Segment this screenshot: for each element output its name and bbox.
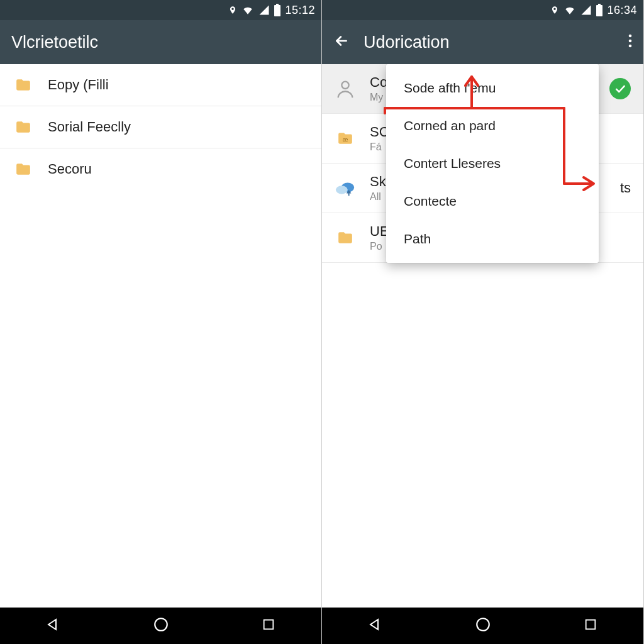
folder-icon: [335, 227, 356, 248]
overflow-menu-icon[interactable]: [628, 33, 632, 51]
folder-icon: [13, 74, 34, 96]
svg-point-2: [155, 618, 168, 631]
clock-text: 16:34: [607, 4, 637, 17]
item-label: Sorial Feeclly: [48, 119, 131, 135]
svg-point-18: [477, 618, 490, 631]
nav-bar: [0, 608, 321, 644]
item-label: Co: [370, 74, 387, 91]
svg-point-6: [629, 35, 632, 38]
nav-home-icon[interactable]: [134, 610, 188, 641]
left-screenshot: 15:12 Vlcrietoetilc Eopy (Filli Sorial F…: [0, 0, 322, 644]
right-screenshot: 16:34 Udorication Co My æ: [322, 0, 644, 644]
nav-bar: [322, 608, 643, 644]
folder-icon: æ: [335, 128, 356, 149]
battery-icon: [274, 4, 281, 16]
svg-text:æ: æ: [343, 136, 348, 143]
list-item[interactable]: Sorial Feeclly: [0, 106, 321, 148]
svg-rect-1: [276, 4, 279, 5]
svg-point-7: [629, 40, 632, 43]
nav-recent-icon[interactable]: [243, 611, 294, 640]
location-icon: [228, 4, 237, 16]
item-sublabel: All: [370, 191, 386, 203]
svg-rect-19: [586, 620, 595, 630]
status-bar: 16:34: [322, 0, 643, 20]
item-label: Secoru: [48, 161, 92, 177]
list-item[interactable]: Secoru: [0, 148, 321, 190]
menu-item[interactable]: Contecte: [386, 182, 599, 220]
app-title: Udorication: [364, 33, 614, 52]
app-bar: Udorication: [322, 20, 643, 64]
menu-item[interactable]: Corned an pard: [386, 107, 599, 145]
svg-rect-5: [598, 4, 601, 5]
folder-icon: [13, 116, 34, 138]
back-arrow-icon[interactable]: [333, 33, 350, 52]
location-icon: [550, 4, 559, 16]
menu-item[interactable]: Sode afth f'emu: [386, 69, 599, 107]
svg-rect-3: [264, 620, 273, 630]
item-trail-text: ts: [620, 180, 631, 196]
signal-icon: [258, 4, 270, 16]
selected-check-icon: [609, 78, 631, 99]
svg-point-9: [341, 82, 348, 89]
svg-rect-0: [274, 5, 280, 16]
svg-point-12: [336, 186, 348, 194]
menu-item[interactable]: Path: [386, 220, 599, 258]
menu-item[interactable]: Contert Lleseres: [386, 145, 599, 182]
battery-icon: [596, 4, 603, 16]
context-menu: Sode afth f'emu Corned an pard Contert L…: [386, 64, 599, 263]
svg-point-8: [629, 45, 632, 48]
content-area: Co My æ SC Fá Sk All ts: [322, 64, 643, 608]
nav-back-icon[interactable]: [349, 611, 402, 641]
content-area: Eopy (Filli Sorial Feeclly Secoru: [0, 64, 321, 608]
wifi-icon: [563, 4, 577, 16]
wifi-icon: [241, 4, 255, 16]
item-label: Eopy (Filli: [48, 77, 109, 93]
folder-icon: [13, 158, 34, 180]
person-icon: [335, 78, 356, 99]
clock-text: 15:12: [285, 4, 315, 17]
signal-icon: [580, 4, 592, 16]
cloud-icon: [335, 177, 356, 199]
svg-rect-4: [596, 5, 602, 16]
status-bar: 15:12: [0, 0, 321, 20]
item-sublabel: My: [370, 92, 387, 103]
app-bar: Vlcrietoetilc: [0, 20, 321, 64]
app-title: Vlcrietoetilc: [11, 33, 310, 52]
nav-back-icon[interactable]: [27, 611, 80, 641]
nav-recent-icon[interactable]: [565, 611, 616, 640]
list-item[interactable]: Eopy (Filli: [0, 64, 321, 106]
nav-home-icon[interactable]: [456, 610, 510, 641]
item-label: Sk: [370, 174, 386, 190]
